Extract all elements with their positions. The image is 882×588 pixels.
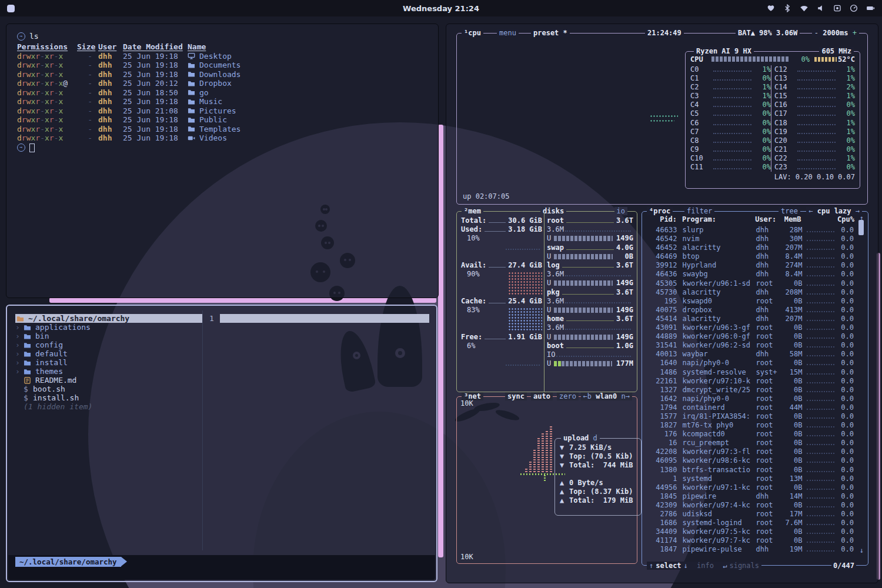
- header-cpu[interactable]: Cpu%: [837, 215, 854, 223]
- interval-plus-button[interactable]: +: [853, 29, 857, 37]
- process-row[interactable]: 46095kworker/u98:6-kcroot0B0.0: [647, 456, 854, 465]
- signals-button[interactable]: signals: [729, 562, 759, 570]
- process-row[interactable]: 34409kworker/u97:5-kcroot0B0.0: [647, 527, 854, 536]
- menu-button[interactable]: menu: [497, 29, 519, 37]
- net-auto-toggle[interactable]: auto: [531, 392, 553, 400]
- process-row[interactable]: 46469btopdhh8.4M0.0: [647, 252, 854, 261]
- mem-stat-percent: 83%: [467, 306, 480, 314]
- iface-next-button[interactable]: n→: [622, 392, 630, 400]
- process-row[interactable]: 31541kworker/u96:2-sdroot0B0.0: [647, 341, 854, 350]
- disk-used-bar: [554, 279, 613, 287]
- btop-window[interactable]: ¹cpu menu preset * 21:24:49 BAT▲ 98% 3.0…: [446, 24, 878, 583]
- process-row[interactable]: 1827mt76-tx phy0root0B0.0: [647, 421, 854, 430]
- tab-proc[interactable]: ⁴proc: [647, 207, 673, 215]
- process-row[interactable]: 1845pipewiredhh14M0.0: [647, 492, 854, 501]
- file-size: -: [77, 88, 92, 98]
- tree-item-dir[interactable]: ›config: [15, 340, 202, 349]
- process-row[interactable]: 1794containerdroot44M0.0: [647, 403, 854, 412]
- process-row[interactable]: 1686systemd-logindroot7.6M0.0: [647, 519, 854, 527]
- scroll-down-icon[interactable]: ↓: [860, 546, 864, 554]
- process-row[interactable]: 1327dmcrypt_write/25root0B0.0: [647, 386, 854, 395]
- process-row[interactable]: 46436swaybgdhh8.4M0.0: [647, 270, 854, 279]
- heart-icon[interactable]: [767, 4, 775, 12]
- header-user[interactable]: User:: [755, 215, 780, 223]
- arrow-down-icon[interactable]: ↓: [684, 562, 688, 570]
- process-row[interactable]: 39912Hyprlanddhh274M0.0: [647, 261, 854, 270]
- tree-item-file[interactable]: README.md: [15, 376, 202, 385]
- process-scrollbar[interactable]: [858, 220, 864, 235]
- header-memb[interactable]: MemB: [780, 215, 801, 223]
- process-row[interactable]: 1systemdroot13M0.0: [647, 475, 854, 483]
- tab-cpu[interactable]: ¹cpu: [462, 29, 483, 37]
- volume-icon[interactable]: [817, 4, 825, 12]
- preset-button[interactable]: preset *: [531, 29, 570, 37]
- net-zero-toggle[interactable]: zero: [557, 392, 579, 400]
- battery-icon[interactable]: [866, 4, 875, 12]
- file-manager-window[interactable]: ~/.local/share/omarchy›applications›bin›…: [6, 305, 437, 582]
- prompt-line[interactable]: →: [17, 143, 432, 153]
- tree-item-dir[interactable]: ›install: [15, 358, 202, 367]
- net-interface-switcher[interactable]: ←b wlan0 n→: [581, 392, 633, 400]
- tree-item-dir[interactable]: ›themes: [15, 367, 202, 376]
- process-row[interactable]: 41174kworker/u97:7-kcroot0B0.0: [647, 536, 854, 545]
- process-row[interactable]: 1640napi/phy0-0root0B0.0: [647, 359, 854, 368]
- terminal-window[interactable]: → ls Permissions Size User Date Modified…: [6, 24, 439, 298]
- sort-prev-button[interactable]: ←: [808, 207, 813, 215]
- header-program[interactable]: Program:: [682, 215, 755, 223]
- info-button[interactable]: info: [697, 562, 714, 570]
- process-row[interactable]: 40075dropboxdhh413M0.0: [647, 306, 854, 315]
- process-row[interactable]: 45414alacrittydhh207M0.0: [647, 315, 854, 323]
- file-size: -: [77, 70, 92, 79]
- bluetooth-icon[interactable]: [783, 4, 791, 12]
- process-row[interactable]: 44889kworker/u96:0-gfroot0B0.0: [647, 332, 854, 341]
- process-row[interactable]: 195kswapd0root0B0.0: [647, 297, 854, 306]
- iface-name: wlan0: [596, 392, 617, 400]
- iface-prev-button[interactable]: ←b: [583, 392, 592, 400]
- preview-selected-line[interactable]: [220, 314, 429, 323]
- process-row[interactable]: 46542nvimdhh30M0.0: [647, 235, 854, 243]
- process-row[interactable]: 22161kworker/u97:10-kroot0B0.0: [647, 377, 854, 386]
- gauge-icon[interactable]: [850, 4, 858, 12]
- capture-icon[interactable]: [833, 4, 841, 12]
- process-row[interactable]: 44956kworker/u97:1-kcroot0B0.0: [647, 483, 854, 492]
- process-row[interactable]: 45730alacrittydhh208M0.0: [647, 288, 854, 297]
- tree-item-current-dir[interactable]: ~/.local/share/omarchy: [15, 314, 202, 323]
- process-row[interactable]: 1847pipewire-pulsedhh19M0.0: [647, 545, 854, 554]
- process-row[interactable]: 40013waybardhh58M0.0: [647, 350, 854, 359]
- process-row[interactable]: 43091kworker/u96:3-gfroot0B0.0: [647, 323, 854, 332]
- tree-item-script[interactable]: $install.sh: [15, 393, 202, 402]
- process-row[interactable]: 42309kworker/u97:4-kcroot0B0.0: [647, 501, 854, 510]
- proc-tree-toggle[interactable]: tree: [779, 207, 800, 215]
- process-row[interactable]: 1380btrfs-transactioroot0B0.0: [647, 466, 854, 475]
- clock-date-label: Wednesday 21:24: [0, 4, 882, 13]
- tree-item-dir[interactable]: ›bin: [15, 332, 202, 340]
- process-row[interactable]: 42208kworker/u97:3-flroot0B0.0: [647, 447, 854, 456]
- process-row[interactable]: 46452alacrittydhh207M0.0: [647, 243, 854, 252]
- permissions: drwxr-xr-x: [17, 88, 77, 98]
- process-row[interactable]: 46633slurpdhh28M0.0: [647, 226, 854, 235]
- update-interval-control[interactable]: - 2000ms +: [812, 29, 859, 37]
- io-mode-toggle[interactable]: io: [614, 207, 627, 215]
- process-row[interactable]: 1486systemd-resolvesyst+15M0.0: [647, 368, 854, 377]
- tree-item-dir[interactable]: ›default: [15, 349, 202, 358]
- process-row[interactable]: 45305kworker/u96:1-sdroot0B0.0: [647, 279, 854, 288]
- select-label[interactable]: select: [656, 562, 681, 570]
- net-sync-toggle[interactable]: sync: [505, 392, 527, 400]
- process-row[interactable]: 1577irq/81-PIXA3854:root0B0.0: [647, 412, 854, 421]
- process-row[interactable]: 16rcu_preemptroot0B0.0: [647, 439, 854, 447]
- pane-divider: [202, 310, 203, 550]
- mem-stat-percent: 90%: [467, 270, 480, 278]
- process-row[interactable]: 1642napi/phy0-0root0B0.0: [647, 395, 854, 403]
- process-row[interactable]: 176kcompactd0root0B0.0: [647, 430, 854, 439]
- process-table-header[interactable]: Pid: Program: User: MemB Cpu%: [647, 215, 854, 223]
- path-breadcrumb[interactable]: ~/.local/share/omarchy: [15, 557, 121, 567]
- proc-filter-button[interactable]: filter: [684, 207, 714, 215]
- header-pid[interactable]: Pid:: [647, 215, 677, 223]
- interval-minus-button[interactable]: -: [814, 29, 818, 37]
- arrow-up-icon[interactable]: ↑: [649, 562, 653, 570]
- process-row[interactable]: 2786udisksdroot17M0.0: [647, 510, 854, 519]
- proc-sort-control[interactable]: ← cpu lazy →: [806, 207, 862, 215]
- tree-item-script[interactable]: $boot.sh: [15, 385, 202, 393]
- tree-item-dir[interactable]: ›applications: [15, 323, 202, 332]
- wifi-icon[interactable]: [800, 4, 808, 12]
